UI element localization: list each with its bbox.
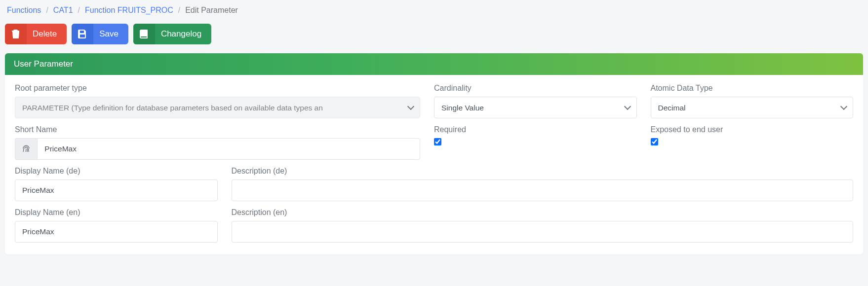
breadcrumb: Functions / CAT1 / Function FRUITS_PROC … — [5, 6, 863, 15]
exposed-label: Exposed to end user — [651, 125, 854, 134]
description-de-input[interactable] — [232, 179, 854, 201]
root-parameter-type-label: Root parameter type — [15, 84, 420, 93]
atomic-data-type-label: Atomic Data Type — [651, 84, 854, 93]
breadcrumb-separator: / — [178, 6, 180, 15]
short-name-input[interactable] — [37, 138, 420, 160]
panel-body: Root parameter type PARAMETER (Type defi… — [5, 75, 863, 254]
delete-button-label: Delete — [33, 29, 67, 39]
cardinality-select[interactable]: Single Value — [434, 97, 637, 118]
changelog-button[interactable]: Changelog — [133, 24, 211, 44]
atomic-data-type-select[interactable]: Decimal — [651, 97, 854, 118]
parameter-panel: User Parameter Root parameter type PARAM… — [5, 53, 863, 254]
trash-icon — [5, 24, 27, 44]
fingerprint-icon — [15, 138, 37, 160]
breadcrumb-link-cat1[interactable]: CAT1 — [53, 6, 73, 15]
delete-button[interactable]: Delete — [5, 24, 67, 44]
breadcrumb-link-function[interactable]: Function FRUITS_PROC — [85, 6, 173, 15]
toolbar: Delete Save Changelog — [5, 24, 863, 44]
description-en-label: Description (en) — [232, 208, 854, 217]
cardinality-label: Cardinality — [434, 84, 637, 93]
save-icon — [72, 24, 93, 44]
display-name-de-label: Display Name (de) — [15, 167, 218, 176]
save-button[interactable]: Save — [72, 24, 128, 44]
required-checkbox[interactable] — [434, 138, 441, 145]
description-en-input[interactable] — [232, 221, 854, 243]
breadcrumb-separator: / — [78, 6, 80, 15]
save-button-label: Save — [99, 29, 128, 39]
book-icon — [133, 24, 155, 44]
short-name-label: Short Name — [15, 125, 420, 134]
display-name-en-label: Display Name (en) — [15, 208, 218, 217]
description-de-label: Description (de) — [232, 167, 854, 176]
panel-title: User Parameter — [5, 53, 863, 75]
breadcrumb-current: Edit Parameter — [185, 6, 238, 15]
breadcrumb-separator: / — [46, 6, 48, 15]
changelog-button-label: Changelog — [161, 29, 211, 39]
root-parameter-type-select: PARAMETER (Type definition for database … — [15, 97, 420, 118]
required-label: Required — [434, 125, 637, 134]
exposed-checkbox[interactable] — [651, 138, 658, 145]
breadcrumb-link-functions[interactable]: Functions — [7, 6, 41, 15]
display-name-en-input[interactable] — [15, 221, 218, 243]
display-name-de-input[interactable] — [15, 179, 218, 201]
